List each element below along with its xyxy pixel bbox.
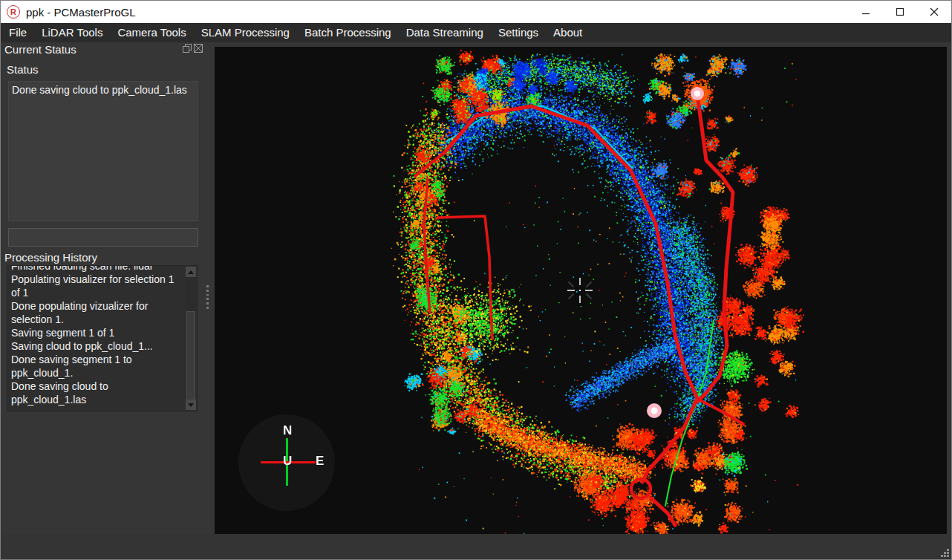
history-line[interactable]: Done saving segment 1 to ppk_cloud_1.	[11, 353, 186, 380]
dock-header[interactable]: Current Status	[1, 42, 207, 57]
status-bar	[1, 534, 951, 559]
app-window: R ppk - PCMasterProGL FileLiDAR ToolsCam…	[0, 0, 952, 560]
history-line[interactable]: Populating visualizer for selection 1 of…	[11, 273, 186, 299]
scroll-down-button[interactable]	[186, 400, 196, 410]
compass-east-label: E	[316, 454, 324, 469]
title-bar[interactable]: R ppk - PCMasterProGL	[1, 1, 951, 23]
command-input[interactable]	[8, 228, 198, 247]
arrow-down-icon	[188, 403, 194, 407]
history-line[interactable]: Finished loading scan file: lidar	[11, 265, 186, 273]
minimize-button[interactable]	[849, 1, 883, 23]
history-scrollbar[interactable]	[186, 267, 196, 410]
dock-title: Current Status	[4, 43, 76, 56]
status-text-box[interactable]: Done saving cloud to ppk_cloud_1.las	[8, 81, 198, 221]
resize-grip[interactable]	[940, 548, 950, 558]
menu-item-settings[interactable]: Settings	[491, 23, 546, 42]
processing-history-label: Processing History	[4, 251, 97, 264]
maximize-button[interactable]	[883, 1, 917, 23]
rotation-center-crosshair	[565, 276, 595, 305]
menu-bar: FileLiDAR ToolsCamera ToolsSLAM Processi…	[1, 23, 951, 42]
menu-item-file[interactable]: File	[1, 23, 34, 42]
minimize-icon	[861, 7, 870, 16]
close-button[interactable]	[917, 1, 951, 23]
window-title: ppk - PCMasterProGL	[26, 6, 136, 19]
dock-splitter-handle[interactable]	[206, 285, 209, 309]
dock-float-button[interactable]	[183, 44, 192, 53]
dock-close-icon	[194, 44, 203, 53]
compass-up-label: U	[283, 454, 292, 469]
history-line[interactable]: Saving cloud to ppk_cloud_1...	[11, 339, 186, 353]
history-line[interactable]: Done saving cloud to ppk_cloud_1.las	[11, 380, 186, 406]
status-label: Status	[7, 63, 39, 76]
scrollbar-thumb[interactable]	[186, 311, 195, 401]
float-icon	[183, 44, 192, 53]
current-status-dock: Current Status	[1, 42, 207, 534]
menu-item-slam-processing[interactable]: SLAM Processing	[194, 23, 297, 42]
menu-item-data-streaming[interactable]: Data Streaming	[399, 23, 491, 42]
menu-item-lidar-tools[interactable]: LiDAR Tools	[34, 23, 110, 42]
app-icon: R	[7, 5, 20, 19]
menu-item-about[interactable]: About	[546, 23, 590, 42]
scroll-up-button[interactable]	[186, 267, 196, 277]
compass-north-label: N	[283, 423, 292, 438]
point-cloud-viewport[interactable]: N E U	[215, 47, 947, 534]
orientation-compass[interactable]: N E U	[238, 414, 335, 511]
menu-item-camera-tools[interactable]: Camera Tools	[110, 23, 193, 42]
maximize-icon	[896, 7, 904, 16]
main-content: Current Status	[1, 42, 951, 534]
history-line[interactable]: Saving segment 1 of 1	[11, 326, 186, 339]
history-line[interactable]: Done populating vizualizer for selection…	[11, 299, 186, 326]
close-icon	[930, 7, 939, 16]
history-lines: Finished loading scan file: lidarPopulat…	[7, 265, 186, 406]
window-controls	[849, 1, 951, 23]
processing-history-list[interactable]: Finished loading scan file: lidarPopulat…	[7, 265, 198, 411]
menu-item-batch-processing[interactable]: Batch Processing	[297, 23, 399, 42]
arrow-up-icon	[188, 270, 194, 274]
dock-close-button[interactable]	[194, 44, 203, 53]
